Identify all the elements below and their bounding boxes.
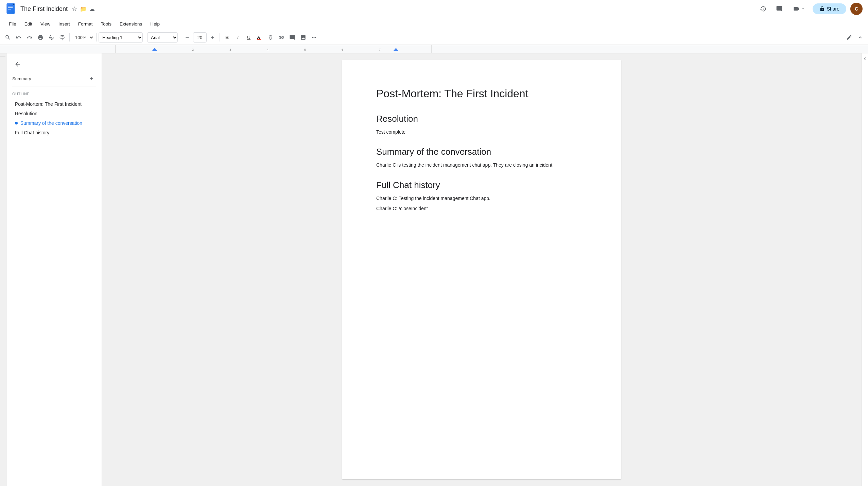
history-button[interactable] [757,3,769,15]
svg-text:5: 5 [304,48,306,51]
main-area: Summary + Outline Post-Mortem: The First… [0,53,868,486]
paintformat-button[interactable] [57,32,67,43]
back-button[interactable] [12,59,23,70]
add-summary-button[interactable]: + [87,74,96,83]
active-indicator [15,122,18,124]
divider-1 [69,33,70,41]
svg-marker-19 [394,48,398,51]
toolbar: 100% Heading 1 Arial B I U A [0,30,868,45]
divider-3 [145,33,145,41]
folder-icon[interactable]: 📁 [80,6,87,12]
divider-4 [180,33,180,41]
star-icon[interactable]: ☆ [72,5,77,13]
video-call-button[interactable] [789,3,809,14]
undo-button[interactable] [14,32,24,43]
menu-tools[interactable]: Tools [98,20,115,28]
section-paragraph: Test complete [376,128,587,136]
menu-edit[interactable]: Edit [21,20,36,28]
collapse-panel-button[interactable] [862,56,868,63]
share-label: Share [827,6,839,12]
title-bar: The First Incident ☆ 📁 ☁ Share C [0,0,868,18]
comment-button[interactable] [773,3,785,15]
svg-rect-8 [257,39,261,40]
menu-format[interactable]: Format [75,20,96,28]
highlight-button[interactable] [265,32,276,43]
section-heading: Resolution [376,114,587,124]
font-select[interactable]: Arial [147,32,178,43]
comment-inline-button[interactable] [287,32,297,43]
svg-text:6: 6 [342,48,343,51]
increase-font-button[interactable] [207,32,218,43]
spellcheck-button[interactable] [46,32,56,43]
outline-list: Post-Mortem: The First IncidentResolutio… [12,100,96,138]
more-options-button[interactable] [309,32,319,43]
svg-rect-4 [8,9,11,10]
menu-bar: File Edit View Insert Format Tools Exten… [0,18,868,30]
underline-button[interactable]: U [244,32,254,43]
top-right-actions: Share C [757,3,863,15]
doc-sections: ResolutionTest completeSummary of the co… [376,114,587,213]
cloud-icon[interactable]: ☁ [89,6,95,12]
doc-page: Post-Mortem: The First Incident Resoluti… [342,60,621,479]
image-button[interactable] [298,32,308,43]
share-button[interactable]: Share [813,3,846,14]
outline-item[interactable]: Post-Mortem: The First Incident [12,100,96,108]
summary-label: Summary [12,76,31,81]
chevron-up-button[interactable] [855,32,865,43]
link-button[interactable] [276,32,287,43]
svg-text:3: 3 [229,48,231,51]
divider-5 [220,33,220,41]
divider-2 [96,33,97,41]
summary-row: Summary + [12,74,96,83]
title-icons: ☆ 📁 ☁ [72,5,95,13]
menu-help[interactable]: Help [147,20,163,28]
svg-rect-2 [8,6,13,6]
right-panel [861,53,868,486]
left-margin [0,53,7,486]
menu-insert[interactable]: Insert [55,20,73,28]
doc-main-title: Post-Mortem: The First Incident [376,87,587,100]
svg-rect-3 [8,7,13,8]
sidebar-divider [12,86,96,86]
search-button[interactable] [3,32,13,43]
section-heading: Full Chat history [376,180,587,190]
outline-item[interactable]: Summary of the conversation [12,119,96,127]
doc-area[interactable]: Post-Mortem: The First Incident Resoluti… [102,53,861,486]
sidebar: Summary + Outline Post-Mortem: The First… [7,53,102,486]
section-paragraph: Charlie C: Testing the incident manageme… [376,195,587,202]
svg-rect-1 [7,3,15,14]
top-bar: The First Incident ☆ 📁 ☁ Share C [0,0,868,45]
bold-button[interactable]: B [222,32,232,43]
decrease-font-button[interactable] [182,32,192,43]
user-avatar[interactable]: C [850,3,863,15]
section-paragraph: Charlie C is testing the incident manage… [376,161,587,169]
doc-title: The First Incident [20,5,68,13]
ruler: 1 2 3 4 5 6 7 [0,45,868,53]
outline-item[interactable]: Resolution [12,110,96,118]
svg-text:4: 4 [267,48,268,51]
font-size-input[interactable] [193,32,207,43]
section-heading: Summary of the conversation [376,147,587,157]
svg-text:7: 7 [379,48,381,51]
text-color-button[interactable]: A [255,32,265,43]
doc-icon [5,3,18,15]
svg-text:2: 2 [192,48,194,51]
style-select[interactable]: Heading 1 [99,32,143,43]
outline-item[interactable]: Full Chat history [12,129,96,137]
menu-extensions[interactable]: Extensions [116,20,145,28]
redo-button[interactable] [24,32,35,43]
zoom-select[interactable]: 100% [72,33,94,42]
menu-file[interactable]: File [5,20,20,28]
svg-text:A: A [257,35,260,40]
italic-button[interactable]: I [233,32,243,43]
section-paragraph: Charlie C: /closeIncident [376,205,587,212]
menu-view[interactable]: View [37,20,54,28]
outline-label: Outline [12,92,96,96]
edit-mode-button[interactable] [844,32,854,43]
print-button[interactable] [35,32,46,43]
